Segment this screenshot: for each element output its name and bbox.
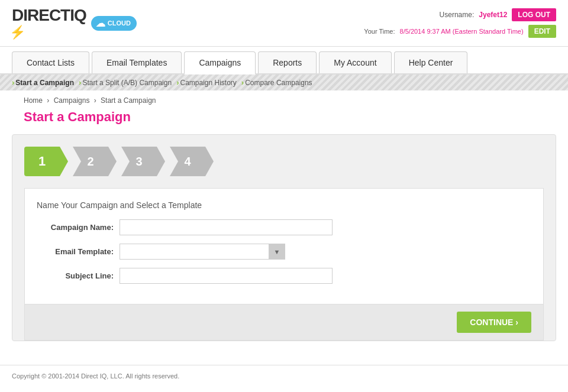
step-3-number: 3 <box>135 155 142 169</box>
nav-item-reports[interactable]: Reports <box>258 51 317 73</box>
username-value: Jyefet12 <box>479 11 507 19</box>
form-title: Name Your Campaign and Select a Template <box>37 200 531 210</box>
time-label: Your Time: <box>364 28 395 35</box>
main-nav: Contact Lists Email Templates Campaigns … <box>0 47 568 74</box>
header: DIRECTIQ ⚡ ☁ CLOUD Username: Jyefet12 LO… <box>0 0 568 47</box>
step-4: 4 <box>170 147 205 176</box>
form-footer: CONTINUE › <box>24 304 544 341</box>
nav-item-campaigns[interactable]: Campaigns <box>184 51 256 74</box>
content: Home › Campaigns › Start a Campaign Star… <box>0 90 568 353</box>
email-template-wrapper: ▼ <box>120 244 285 260</box>
continue-button[interactable]: CONTINUE › <box>457 312 531 333</box>
step-2: 2 <box>73 147 108 176</box>
sub-nav: › Start a Campaign › Start a Split (A/B)… <box>0 74 568 90</box>
campaign-name-row: Campaign Name: <box>37 219 531 235</box>
subject-line-label: Subject Line: <box>37 271 114 280</box>
breadcrumb-campaigns[interactable]: Campaigns <box>54 96 90 105</box>
campaign-name-label: Campaign Name: <box>37 223 114 232</box>
breadcrumb-sep-1: › <box>47 96 51 105</box>
time-value: 8/5/2014 9:37 AM (Eastern Standard Time) <box>400 28 524 35</box>
cloud-badge: ☁ CLOUD <box>91 16 137 31</box>
subject-line-input[interactable] <box>120 268 333 284</box>
logo-direct: DIRECT <box>12 6 70 24</box>
sub-nav-arrow-1: › <box>12 78 14 87</box>
step-4-number: 4 <box>184 155 191 169</box>
sub-nav-arrow-3: › <box>176 78 179 87</box>
username-label: Username: <box>440 11 475 19</box>
breadcrumb: Home › Campaigns › Start a Campaign <box>12 90 556 107</box>
sub-nav-campaign-history[interactable]: Campaign History <box>180 79 236 87</box>
time-row: Your Time: 8/5/2014 9:37 AM (Eastern Sta… <box>364 25 556 38</box>
campaign-name-input[interactable] <box>120 219 333 235</box>
subject-line-row: Subject Line: <box>37 268 531 284</box>
email-template-select[interactable] <box>120 244 285 260</box>
header-right: Username: Jyefet12 LOG OUT Your Time: 8/… <box>364 8 556 38</box>
lightning-icon: ⚡ <box>9 25 86 40</box>
sub-nav-start-campaign[interactable]: Start a Campaign <box>15 79 74 87</box>
username-row: Username: Jyefet12 LOG OUT <box>440 8 556 21</box>
page-footer: Copyright © 2001-2014 Direct IQ, LLC. Al… <box>0 365 568 387</box>
breadcrumb-home[interactable]: Home <box>24 96 43 105</box>
cloud-icon: ☁ <box>96 18 105 29</box>
steps-row: 1 2 3 4 <box>24 147 544 176</box>
cloud-label: CLOUD <box>108 20 131 27</box>
logo: DIRECTIQ ⚡ <box>12 6 86 40</box>
nav-item-email-templates[interactable]: Email Templates <box>92 51 182 73</box>
step-1-number: 1 <box>38 154 46 169</box>
step-1: 1 <box>24 147 60 176</box>
sub-nav-arrow-4: › <box>241 78 244 87</box>
sub-nav-start-split[interactable]: Start a Split (A/B) Campaign <box>82 79 172 87</box>
nav-item-help-center[interactable]: Help Center <box>394 51 468 73</box>
sub-nav-arrow-2: › <box>79 78 81 87</box>
logo-area: DIRECTIQ ⚡ ☁ CLOUD <box>12 6 137 40</box>
form-section: Name Your Campaign and Select a Template… <box>24 188 544 304</box>
page-title: Start a Campaign <box>12 107 556 134</box>
email-template-row: Email Template: ▼ <box>37 244 531 260</box>
breadcrumb-sep-2: › <box>94 96 98 105</box>
step-2-number: 2 <box>87 155 93 169</box>
step-3: 3 <box>121 147 157 176</box>
steps-panel: 1 2 3 4 Name Your Campaign and Select a … <box>12 134 556 341</box>
sub-nav-compare-campaigns[interactable]: Compare Campaigns <box>245 79 312 87</box>
logo-iq: IQ <box>70 6 86 24</box>
breadcrumb-start-campaign[interactable]: Start a Campaign <box>101 96 156 105</box>
email-template-label: Email Template: <box>37 247 114 256</box>
nav-item-my-account[interactable]: My Account <box>319 51 391 73</box>
nav-item-contact-lists[interactable]: Contact Lists <box>12 51 89 73</box>
logout-button[interactable]: LOG OUT <box>512 8 556 21</box>
edit-button[interactable]: EDIT <box>528 25 556 38</box>
copyright: Copyright © 2001-2014 Direct IQ, LLC. Al… <box>12 372 179 380</box>
